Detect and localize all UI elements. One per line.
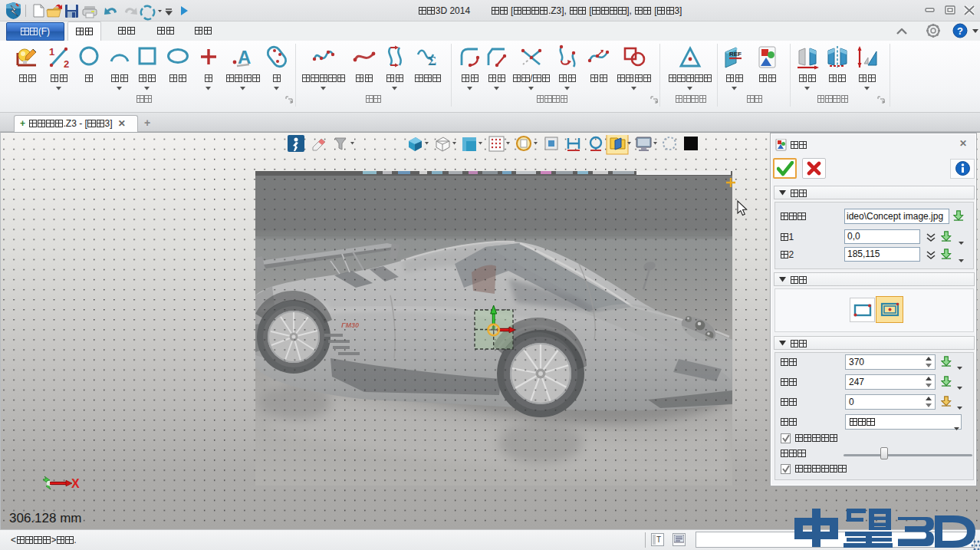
svg-text:1: 1 (49, 46, 54, 58)
svg-text:Σ: Σ (428, 54, 436, 68)
svg-text:2: 2 (64, 58, 69, 70)
svg-text:?: ? (957, 25, 963, 37)
svg-text:T: T (656, 535, 661, 544)
svg-text:REF: REF (729, 51, 742, 58)
svg-text:X: X (71, 477, 80, 490)
